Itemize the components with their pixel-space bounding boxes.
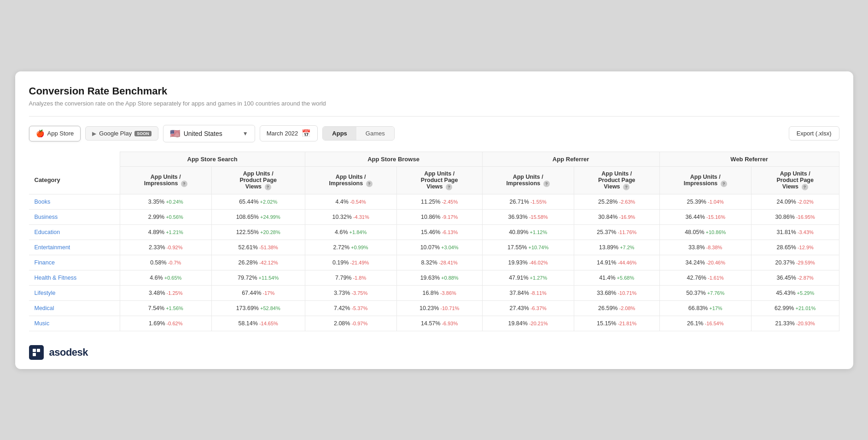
games-button[interactable]: Games	[356, 127, 394, 140]
value-cell: 34.24%-20.46%	[659, 255, 751, 270]
category-cell[interactable]: Education	[29, 224, 120, 240]
main-value: 7.79%	[335, 275, 351, 281]
main-value: 2.99%	[148, 214, 164, 220]
value-cell: 65.44%+2.02%	[211, 194, 305, 209]
main-value: 11.25%	[421, 199, 440, 205]
main-value: 26.28%	[238, 259, 257, 266]
value-cell: 47.91%+1.27%	[482, 270, 574, 285]
delta-value: +20.28%	[260, 229, 280, 235]
delta-value: +5.29%	[797, 290, 815, 296]
empty-header	[29, 152, 120, 166]
table-row: Lifestyle3.48%-1.25%67.44%-17%3.73%-3.75…	[29, 285, 839, 300]
search-product-header: App Units /Product PageViews ?	[211, 166, 305, 194]
main-value: 25.28%	[598, 199, 618, 205]
page-title: Conversion Rate Benchmark	[29, 85, 839, 97]
country-selector[interactable]: 🇺🇸 United States ▼	[163, 125, 255, 142]
delta-value: +0.88%	[441, 275, 459, 281]
value-cell: 21.33%-20.93%	[751, 316, 839, 331]
value-cell: 4.6%+0.65%	[120, 270, 211, 285]
main-value: 19.63%	[420, 275, 440, 281]
delta-value: +1.84%	[350, 229, 367, 235]
main-value: 45.43%	[776, 290, 795, 296]
delta-value: -10.71%	[440, 305, 459, 311]
value-cell: 36.45%-2.87%	[751, 270, 839, 285]
web-impressions-header: App Units /Impressions ?	[659, 166, 751, 194]
main-value: 10.23%	[419, 305, 439, 311]
google-play-label: Google Play	[99, 130, 132, 137]
delta-value: -20.93%	[796, 321, 815, 326]
google-play-button[interactable]: ▶ Google Play SOON	[85, 126, 158, 141]
column-header-row: Category App Units /Impressions ? App Un…	[29, 166, 839, 194]
value-cell: 1.69%-0.62%	[120, 316, 211, 331]
value-cell: 26.71%-1.55%	[482, 194, 574, 209]
main-value: 122.55%	[236, 229, 259, 235]
value-cell: 20.37%-29.59%	[751, 255, 839, 270]
value-cell: 8.32%-28.41%	[396, 255, 482, 270]
value-cell: 10.32%-4.31%	[305, 209, 396, 224]
type-toggle: Apps Games	[322, 126, 394, 141]
delta-value: +7.2%	[620, 245, 635, 250]
value-cell: 3.48%-1.25%	[120, 285, 211, 300]
info-icon: ?	[446, 184, 452, 190]
main-value: 27.43%	[510, 305, 529, 311]
delta-value: +10.74%	[529, 245, 549, 250]
value-cell: 58.14%-14.65%	[211, 316, 305, 331]
delta-value: +52.84%	[260, 305, 280, 311]
main-value: 17.55%	[507, 244, 527, 251]
app-store-search-header: App Store Search	[120, 152, 305, 166]
category-cell[interactable]: Business	[29, 209, 120, 224]
category-cell[interactable]: Medical	[29, 300, 120, 316]
apps-button[interactable]: Apps	[323, 127, 356, 140]
main-value: 10.07%	[420, 244, 440, 251]
delta-value: -15.16%	[706, 214, 725, 220]
category-cell[interactable]: Health & Fitness	[29, 270, 120, 285]
date-selector[interactable]: March 2022 📅	[260, 125, 318, 141]
delta-value: -10.71%	[618, 290, 636, 296]
main-value: 14.91%	[597, 259, 616, 266]
main-value: 26.71%	[510, 199, 529, 205]
category-cell[interactable]: Music	[29, 316, 120, 331]
main-value: 3.48%	[149, 290, 165, 296]
table-row: Entertainment2.33%-0.92%52.61%-51.38%2.7…	[29, 240, 839, 255]
value-cell: 24.09%-2.02%	[751, 194, 839, 209]
value-cell: 26.1%-16.54%	[659, 316, 751, 331]
main-value: 13.89%	[599, 244, 618, 251]
value-cell: 30.84%-16.9%	[574, 209, 659, 224]
category-column-header: Category	[29, 166, 120, 194]
export-button[interactable]: Export (.xlsx)	[789, 126, 839, 141]
delta-value: -51.38%	[259, 245, 278, 250]
value-cell: 2.99%+0.56%	[120, 209, 211, 224]
app-referrer-header: App Referrer	[482, 152, 659, 166]
value-cell: 25.37%-11.76%	[574, 224, 659, 240]
main-value: 0.19%	[332, 259, 349, 266]
value-cell: 26.28%-42.12%	[211, 255, 305, 270]
main-value: 62.99%	[775, 305, 794, 311]
delta-value: -29.59%	[796, 260, 815, 265]
delta-value: +2.02%	[260, 199, 278, 205]
category-cell[interactable]: Entertainment	[29, 240, 120, 255]
info-icon: ?	[802, 184, 808, 190]
value-cell: 26.59%-2.08%	[574, 300, 659, 316]
value-cell: 14.91%-44.46%	[574, 255, 659, 270]
delta-value: +1.56%	[166, 305, 183, 311]
main-value: 2.72%	[333, 244, 350, 251]
main-value: 30.86%	[775, 214, 794, 220]
svg-rect-0	[33, 349, 36, 352]
category-cell[interactable]: Books	[29, 194, 120, 209]
delta-value: -16.54%	[705, 321, 723, 326]
value-cell: 37.84%-8.11%	[482, 285, 574, 300]
delta-value: -0.92%	[167, 245, 183, 250]
value-cell: 4.89%+1.21%	[120, 224, 211, 240]
main-value: 15.46%	[421, 229, 440, 235]
value-cell: 30.86%-16.95%	[751, 209, 839, 224]
category-cell[interactable]: Lifestyle	[29, 285, 120, 300]
delta-value: +0.99%	[351, 245, 368, 250]
main-value: 4.6%	[150, 275, 163, 281]
value-cell: 66.83%+17%	[659, 300, 751, 316]
app-store-button[interactable]: 🍎 App Store	[29, 126, 81, 141]
delta-value: -6.37%	[530, 305, 547, 311]
value-cell: 41.4%+5.68%	[574, 270, 659, 285]
main-value: 4.6%	[335, 229, 348, 235]
category-cell[interactable]: Finance	[29, 255, 120, 270]
delta-value: -20.21%	[529, 321, 548, 326]
